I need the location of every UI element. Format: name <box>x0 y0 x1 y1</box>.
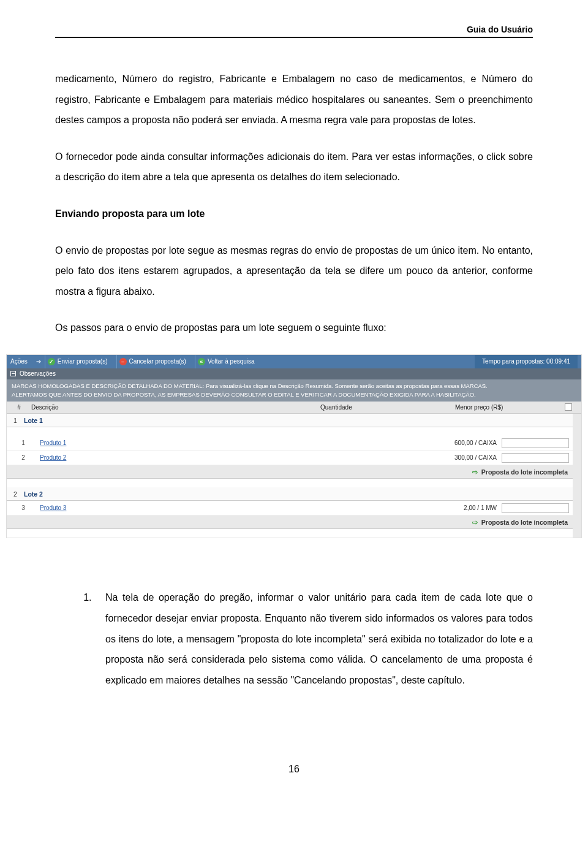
lote-name: Lote 2 <box>20 490 43 498</box>
button-label: Cancelar proposta(s) <box>129 358 186 365</box>
lote-total-row: ⇨ Proposta do lote incompleta <box>7 516 573 529</box>
checkbox[interactable] <box>565 403 572 411</box>
col-header-num: # <box>10 404 28 411</box>
tempo-propostas-label: Tempo para propostas: 00:09:41 <box>475 355 578 368</box>
price-input[interactable] <box>502 438 569 448</box>
arrow-icon: ➔ <box>36 358 41 365</box>
observacoes-toggle[interactable]: Observações <box>7 368 581 379</box>
product-qty: 300,00 / CAIXA <box>405 454 502 461</box>
notice-line: ALERTAMOS QUE ANTES DO ENVIO DA PROPOSTA… <box>12 390 576 399</box>
page-number: 16 <box>55 764 533 775</box>
table-row: 3 Produto 3 2,00 / 1 MW <box>7 501 573 516</box>
toolbar-acoes-label: Ações <box>10 358 28 365</box>
paragraph: O fornecedor pode ainda consultar inform… <box>55 147 533 188</box>
product-link[interactable]: Produto 2 <box>36 454 405 461</box>
status-badge: Proposta do lote incompleta <box>481 519 568 526</box>
back-icon: « <box>198 358 205 365</box>
minus-icon: – <box>119 358 127 365</box>
notice-line: MARCAS HOMOLOGADAS E DESCRIÇÃO DETALHADA… <box>12 382 576 390</box>
app-screenshot: Ações ➔ ✓ Enviar proposta(s) – Cancelar … <box>6 354 582 539</box>
product-number: 3 <box>10 504 36 511</box>
lote-name: Lote 1 <box>20 417 43 424</box>
lote-row[interactable]: 1 Lote 1 <box>7 414 573 427</box>
product-number: 1 <box>10 440 36 446</box>
voltar-pesquisa-button[interactable]: « Voltar à pesquisa <box>195 355 260 368</box>
col-header-preco: Menor preço (R$) <box>455 404 559 411</box>
arrow-icon: ⇨ <box>472 519 478 526</box>
button-label: Voltar à pesquisa <box>208 358 255 365</box>
notice-banner: MARCAS HOMOLOGADAS E DESCRIÇÃO DETALHADA… <box>7 379 581 402</box>
product-qty: 600,00 / CAIXA <box>405 440 502 446</box>
col-header-check <box>559 403 578 412</box>
product-qty: 2,00 / 1 MW <box>405 504 502 511</box>
arrow-icon: ⇨ <box>472 468 478 476</box>
table-header: # Descrição Quantidade Menor preço (R$) <box>7 402 581 414</box>
lote-number: 2 <box>10 490 20 498</box>
page-header: Guia do Usuário <box>55 25 533 38</box>
button-label: Enviar proposta(s) <box>58 358 108 365</box>
paragraph: Os passos para o envio de propostas para… <box>55 318 533 338</box>
collapse-icon <box>10 371 16 376</box>
lote-row[interactable]: 2 Lote 2 <box>7 487 573 501</box>
header-title: Guia do Usuário <box>467 25 533 34</box>
section-heading: Enviando proposta para um lote <box>55 204 533 224</box>
table-row: 2 Produto 2 300,00 / CAIXA <box>7 451 573 465</box>
lote-total-row: ⇨ Proposta do lote incompleta <box>7 465 573 479</box>
paragraph: O envio de propostas por lote segue as m… <box>55 240 533 302</box>
enviar-proposta-button[interactable]: ✓ Enviar proposta(s) <box>45 355 113 368</box>
status-badge: Proposta do lote incompleta <box>481 468 568 476</box>
cancelar-proposta-button[interactable]: – Cancelar proposta(s) <box>116 355 191 368</box>
list-item: Na tela de operação do pregão, informar … <box>94 587 533 690</box>
price-input[interactable] <box>502 503 569 513</box>
lote-number: 1 <box>10 417 20 424</box>
col-header-desc: Descrição <box>28 404 320 411</box>
steps-list: Na tela de operação do pregão, informar … <box>55 587 533 690</box>
observacoes-label: Observações <box>20 370 56 377</box>
price-input[interactable] <box>502 453 569 463</box>
table-row: 1 Produto 1 600,00 / CAIXA <box>7 436 573 451</box>
product-number: 2 <box>10 454 36 461</box>
paragraph: medicamento, Número do registro, Fabrica… <box>55 69 533 131</box>
col-header-qtd: Quantidade <box>320 404 455 411</box>
plus-icon: ✓ <box>48 358 55 365</box>
product-link[interactable]: Produto 3 <box>36 504 405 511</box>
product-link[interactable]: Produto 1 <box>36 440 405 446</box>
toolbar: Ações ➔ ✓ Enviar proposta(s) – Cancelar … <box>7 355 581 368</box>
